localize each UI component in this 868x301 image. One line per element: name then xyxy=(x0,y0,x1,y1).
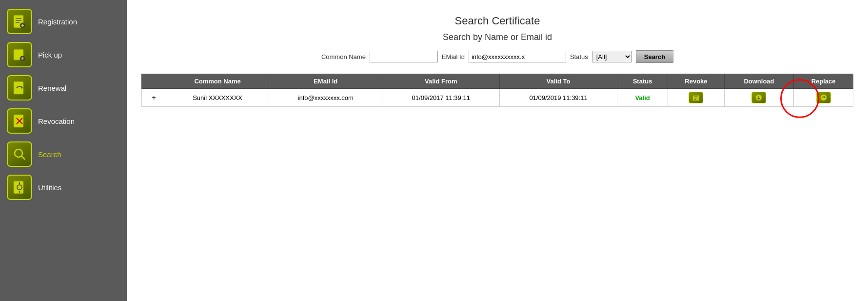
col-header-status: Status xyxy=(617,74,668,89)
sidebar-item-label-pickup: Pick up xyxy=(38,51,62,59)
sidebar: Registration Pick up Renewal xyxy=(0,0,127,301)
row-valid-from: 01/09/2017 11:39:11 xyxy=(382,89,500,107)
renewal-icon xyxy=(12,80,27,96)
sidebar-item-label-renewal: Renewal xyxy=(38,84,66,92)
renewal-icon-box xyxy=(7,75,32,100)
col-header-revoke: Revoke xyxy=(668,74,724,89)
row-expand-cell: + xyxy=(142,89,166,107)
row-expand-button[interactable]: + xyxy=(152,94,156,101)
results-table: Common Name EMail Id Valid From Valid To… xyxy=(141,74,853,107)
utilities-icon-box xyxy=(7,175,32,200)
col-header-download: Download xyxy=(724,74,794,89)
email-label: EMail Id xyxy=(442,53,465,60)
row-download-cell xyxy=(724,89,794,107)
sidebar-item-label-search: Search xyxy=(38,150,61,159)
revocation-icon xyxy=(12,113,27,129)
row-revoke-cell xyxy=(668,89,724,107)
svg-line-15 xyxy=(21,156,25,160)
row-valid-to: 01/09/2019 11:39:11 xyxy=(500,89,617,107)
search-icon xyxy=(12,146,27,162)
revoke-icon xyxy=(691,93,700,102)
sidebar-item-revocation[interactable]: Revocation xyxy=(0,104,127,138)
sidebar-item-renewal[interactable]: Renewal xyxy=(0,71,127,104)
col-header-valid-from: Valid From xyxy=(382,74,500,89)
sidebar-item-search[interactable]: Search xyxy=(0,138,127,171)
search-icon-box xyxy=(7,141,32,167)
col-header-common-name: Common Name xyxy=(166,74,269,89)
download-icon xyxy=(754,93,763,102)
sidebar-item-label-revocation: Revocation xyxy=(38,117,75,125)
col-header-email: EMail Id xyxy=(269,74,382,89)
download-button[interactable] xyxy=(751,92,766,103)
revoke-button[interactable] xyxy=(689,92,703,103)
common-name-input[interactable] xyxy=(370,51,438,62)
status-select[interactable]: [All] Valid Expired Revoked xyxy=(592,51,632,62)
common-name-label: Common Name xyxy=(321,53,366,60)
sidebar-item-label-registration: Registration xyxy=(38,18,77,26)
replace-icon xyxy=(819,93,828,102)
sidebar-item-utilities[interactable]: Utilities xyxy=(0,171,127,204)
utilities-icon xyxy=(12,180,27,195)
svg-point-26 xyxy=(820,95,827,101)
main-content: Search Certificate Search by Name or Ema… xyxy=(127,0,868,301)
search-form: Common Name EMail Id Status [All] Valid … xyxy=(141,50,853,63)
row-replace-cell xyxy=(794,89,853,107)
table-row: + Sunil XXXXXXXX info@xxxxxxxx.com 01/09… xyxy=(142,89,853,107)
pickup-icon xyxy=(12,47,27,62)
row-status: Valid xyxy=(617,89,668,107)
row-common-name: Sunil XXXXXXXX xyxy=(166,89,269,107)
col-header-expand xyxy=(142,74,166,89)
col-header-valid-to: Valid To xyxy=(500,74,617,89)
col-header-replace: Replace xyxy=(794,74,853,89)
email-input[interactable] xyxy=(469,51,566,62)
table-header-row: Common Name EMail Id Valid From Valid To… xyxy=(142,74,853,89)
svg-rect-11 xyxy=(14,115,23,127)
registration-icon xyxy=(12,14,27,29)
replace-button[interactable] xyxy=(816,92,831,103)
registration-icon-box xyxy=(7,9,32,34)
page-subtitle: Search by Name or Email id xyxy=(141,32,853,42)
svg-point-14 xyxy=(15,149,22,157)
sidebar-item-label-utilities: Utilities xyxy=(38,183,61,192)
revocation-icon-box xyxy=(7,108,32,134)
search-button[interactable]: Search xyxy=(636,50,673,63)
sidebar-item-registration[interactable]: Registration xyxy=(0,5,127,38)
status-label: Status xyxy=(570,53,588,60)
page-title: Search Certificate xyxy=(141,15,853,27)
row-email: info@xxxxxxxx.com xyxy=(269,89,382,107)
pickup-icon-box xyxy=(7,42,32,67)
sidebar-item-pickup[interactable]: Pick up xyxy=(0,38,127,71)
